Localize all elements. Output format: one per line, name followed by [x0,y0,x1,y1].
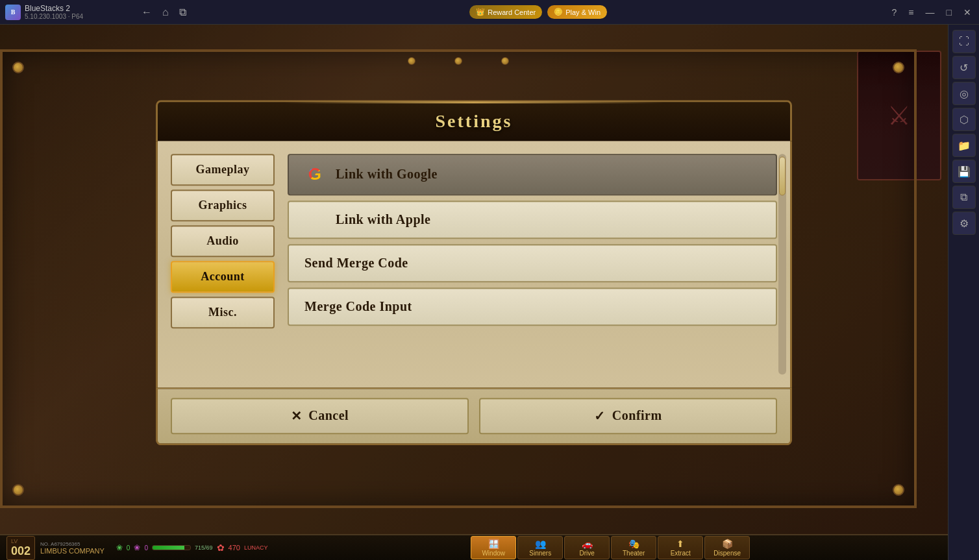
menu-button[interactable]: ≡ [903,5,919,20]
play-win-button[interactable]: 🪙 Play & Win [547,5,607,19]
coin-icon: 🪙 [554,8,563,16]
sidebar-settings-icon[interactable]: ⚙ [952,212,976,235]
lunacy-val: 470 [229,544,240,552]
right-sidebar: ⛶ ↺ ◎ ⬡ 📁 💾 ⧉ ⚙ [948,25,979,560]
reward-center-button[interactable]: 👑 Reward Center [469,5,542,19]
sidebar-save-icon[interactable]: 💾 [952,160,976,183]
multi-button[interactable]: ⧉ [175,4,190,21]
maximize-button[interactable]: □ [941,5,957,20]
lv-label: LV [11,538,31,544]
player-id: NO. A679256365 [40,541,105,547]
confirm-button[interactable]: ✓ Confirm [479,398,777,434]
sidebar-target-icon[interactable]: ◎ [952,82,976,105]
nav-account[interactable]: Account [171,261,275,293]
confirm-icon: ✓ [594,408,606,424]
home-button[interactable]: ⌂ [158,4,173,21]
game-name: LIMBUS COMPANY [40,547,105,555]
bluestacks-logo: B [5,5,21,20]
small-bolt-2 [454,57,462,65]
menu-theater-button[interactable]: 🎭 Theater [611,536,656,559]
hp-fill [153,546,184,550]
lunacy-label: LUNACY [244,544,268,551]
sidebar-fullscreen-icon[interactable]: ⛶ [952,30,976,53]
titlebar-right: ? ≡ — □ ✕ [887,5,979,20]
settings-modal: Settings Gameplay Graphics Audio Account [156,100,792,445]
link-apple-button[interactable]: Link with Apple [288,201,777,239]
google-icon: G [304,165,325,184]
titlebar-nav: ← ⌂ ⧉ [130,4,190,21]
drive-icon: 🚗 [582,539,593,549]
game-area: ⚔ Settings Gameplay Graphics Audio [0,25,948,534]
send-merge-code-button[interactable]: Send Merge Code [288,244,777,282]
settings-content: G Link with Google Link with Apple Send … [288,154,777,374]
menu-sinners-button[interactable]: 👥 Sinners [517,536,563,559]
titlebar-center: 👑 Reward Center 🪙 Play & Win [190,5,887,19]
sidebar-folder-icon[interactable]: 📁 [952,134,976,157]
level-badge: LV 002 [6,536,35,560]
menu-extract-button[interactable]: ⬆ Extract [658,536,703,559]
player-info: LV 002 NO. A679256365 LIMBUS COMPANY [0,536,111,560]
settings-nav: Gameplay Graphics Audio Account Misc. [171,154,275,374]
lunacy-icon: ✿ [217,542,225,554]
merge-code-input-button[interactable]: Merge Code Input [288,287,777,326]
theater-icon: 🎭 [628,539,639,549]
sidebar-hex-icon[interactable]: ⬡ [952,108,976,131]
cancel-button[interactable]: ✕ Cancel [171,398,469,434]
minimize-button[interactable]: — [921,5,940,20]
settings-title: Settings [436,111,513,131]
sinners-icon: 👥 [535,539,546,549]
close-button[interactable]: ✕ [958,5,976,20]
top-bolt-row [0,49,917,65]
bottom-bar: LV 002 NO. A679256365 LIMBUS COMPANY ❀ 0… [0,534,948,560]
help-button[interactable]: ? [887,5,902,20]
small-bolt-3 [501,57,509,65]
scrollbar-track[interactable] [778,154,786,374]
resource2-icon: ❀ [134,543,140,553]
scrollbar-thumb[interactable] [779,156,786,195]
nav-gameplay[interactable]: Gameplay [171,154,275,186]
bottom-menu: 🪟 Window 👥 Sinners 🚗 Drive 🎭 Theater ⬆ E… [273,536,948,559]
settings-footer: ✕ Cancel ✓ Confirm [156,387,792,445]
back-button[interactable]: ← [138,4,156,21]
app-name: BlueStacks 2 [25,4,83,13]
settings-body: Gameplay Graphics Audio Account Misc. [156,141,792,387]
hp-bar [152,545,191,550]
titlebar-left: B BlueStacks 2 5.10.230.1003 · P64 [0,4,130,20]
nav-misc[interactable]: Misc. [171,297,275,328]
hp-value: 0 [127,544,130,552]
titlebar: B BlueStacks 2 5.10.230.1003 · P64 ← ⌂ ⧉… [0,0,979,25]
menu-window-button[interactable]: 🪟 Window [471,536,516,559]
dispense-icon: 📦 [722,539,733,549]
link-google-button[interactable]: G Link with Google [288,154,777,195]
app-version: 5.10.230.1003 · P64 [25,13,83,20]
cancel-icon: ✕ [291,408,303,424]
hp-icon: ❀ [116,543,123,553]
sidebar-rotate-icon[interactable]: ↺ [952,56,976,79]
resource2-value: 0 [144,544,148,552]
small-bolt-1 [408,57,415,65]
window-icon: 🪟 [488,539,499,549]
menu-drive-button[interactable]: 🚗 Drive [564,536,610,559]
hp-text: 715/69 [195,544,213,551]
reward-icon: 👑 [476,8,485,16]
lv-number: 002 [11,544,31,558]
extract-icon: ⬆ [676,539,684,549]
settings-title-bar: Settings [156,100,792,141]
bottom-resources: ❀ 0 ❀ 0 715/69 ✿ 470 LUNACY [111,542,273,554]
nav-audio[interactable]: Audio [171,225,275,257]
sidebar-multi-icon[interactable]: ⧉ [952,186,976,209]
nav-graphics[interactable]: Graphics [171,189,275,221]
menu-dispense-button[interactable]: 📦 Dispense [704,536,750,559]
